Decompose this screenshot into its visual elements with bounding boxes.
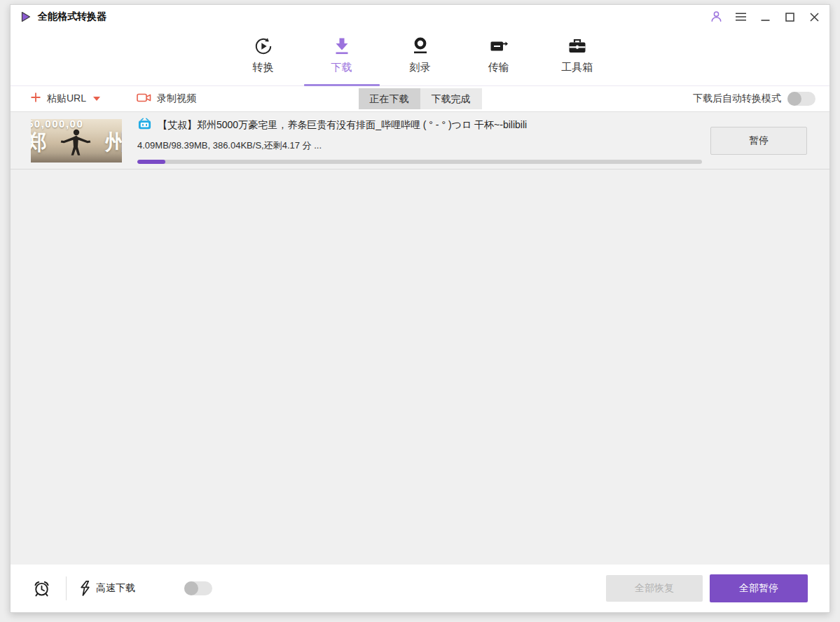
transfer-icon: [488, 35, 510, 57]
tab-convert[interactable]: 转换: [224, 35, 303, 85]
app-window: 全能格式转换器 转换: [10, 4, 830, 613]
download-list-empty-area: [11, 170, 829, 565]
download-status: 4.09MB/98.39MB, 386.04KB/S,还剩4.17 分 ...: [137, 139, 702, 152]
footer: 高速下载 全部恢复 全部暂停: [11, 565, 829, 612]
paste-url-label: 粘贴URL: [47, 92, 86, 105]
footer-right: 全部恢复 全部暂停: [606, 574, 808, 602]
thumbnail-char-left: 郑: [31, 128, 47, 157]
toggle-knob: [787, 92, 801, 106]
video-thumbnail[interactable]: 50,000,00 郑 州: [31, 119, 122, 163]
chevron-down-icon[interactable]: [93, 97, 100, 101]
tab-label: 传输: [488, 61, 509, 74]
download-row[interactable]: 50,000,00 郑 州 【艾叔】郑州5000万豪宅里，养条巨贵有没有排面_哔…: [11, 112, 829, 170]
main-nav: 转换 下载 刻录 传输 工具箱: [11, 29, 829, 86]
tab-burn[interactable]: 刻录: [381, 35, 460, 85]
camera-icon: [137, 92, 151, 106]
thumbnail-char-right: 州: [105, 128, 122, 157]
schedule-clock-icon[interactable]: [33, 579, 50, 597]
high-speed-label: 高速下载: [96, 582, 135, 595]
record-video-label: 录制视频: [157, 92, 196, 105]
download-icon: [331, 35, 353, 57]
download-progress-track: [137, 160, 702, 164]
app-title: 全能格式转换器: [38, 11, 106, 23]
auto-convert-toggle[interactable]: [787, 92, 815, 106]
record-video-button[interactable]: 录制视频: [137, 92, 196, 106]
tab-label: 转换: [253, 61, 274, 74]
tab-download-complete[interactable]: 下载完成: [420, 88, 482, 109]
plus-icon: [30, 92, 41, 106]
account-icon[interactable]: [709, 10, 723, 24]
tab-download[interactable]: 下载: [303, 35, 381, 85]
download-filter-tabs: 正在下载 下载完成: [359, 88, 482, 109]
lightning-icon: [81, 581, 90, 596]
titlebar-left: 全能格式转换器: [20, 11, 106, 23]
thumbnail-figure: [54, 127, 99, 157]
toolbar: 粘贴URL 录制视频 正在下载 下载完成 下载后自动转换模式: [11, 86, 829, 112]
tab-label: 工具箱: [561, 61, 593, 74]
toggle-knob: [184, 581, 198, 595]
auto-convert-group: 下载后自动转换模式: [693, 92, 815, 106]
paste-url-button[interactable]: 粘贴URL: [30, 92, 100, 106]
titlebar: 全能格式转换器: [11, 5, 829, 29]
video-title: 【艾叔】郑州5000万豪宅里，养条巨贵有没有排面_哔哩哔哩 ( ° - ° )つ…: [158, 119, 527, 132]
footer-left: 高速下载: [33, 576, 212, 600]
tab-toolbox[interactable]: 工具箱: [538, 35, 617, 85]
tab-downloading[interactable]: 正在下载: [359, 88, 420, 109]
title-line: 【艾叔】郑州5000万豪宅里，养条巨贵有没有排面_哔哩哔哩 ( ° - ° )つ…: [137, 118, 702, 133]
burn-icon: [409, 35, 432, 57]
window-controls: [709, 10, 821, 24]
auto-convert-label: 下载后自动转换模式: [693, 92, 781, 105]
close-icon[interactable]: [807, 10, 821, 24]
convert-icon: [252, 35, 275, 57]
high-speed-toggle[interactable]: [184, 581, 212, 595]
tab-label: 刻录: [410, 61, 431, 74]
maximize-icon[interactable]: [783, 10, 797, 24]
divider: [66, 576, 67, 600]
pause-button[interactable]: 暂停: [710, 127, 807, 155]
download-progress-fill: [137, 160, 165, 164]
tab-label: 下载: [331, 61, 352, 74]
menu-icon[interactable]: [734, 10, 748, 24]
toolbox-icon: [566, 35, 588, 57]
download-info: 【艾叔】郑州5000万豪宅里，养条巨贵有没有排面_哔哩哔哩 ( ° - ° )つ…: [137, 118, 702, 164]
tab-transfer[interactable]: 传输: [460, 35, 538, 85]
minimize-icon[interactable]: [758, 10, 772, 24]
app-logo-icon: [20, 11, 32, 22]
resume-all-button[interactable]: 全部恢复: [606, 575, 703, 602]
bilibili-icon: [137, 118, 152, 133]
pause-all-button[interactable]: 全部暂停: [710, 574, 808, 602]
